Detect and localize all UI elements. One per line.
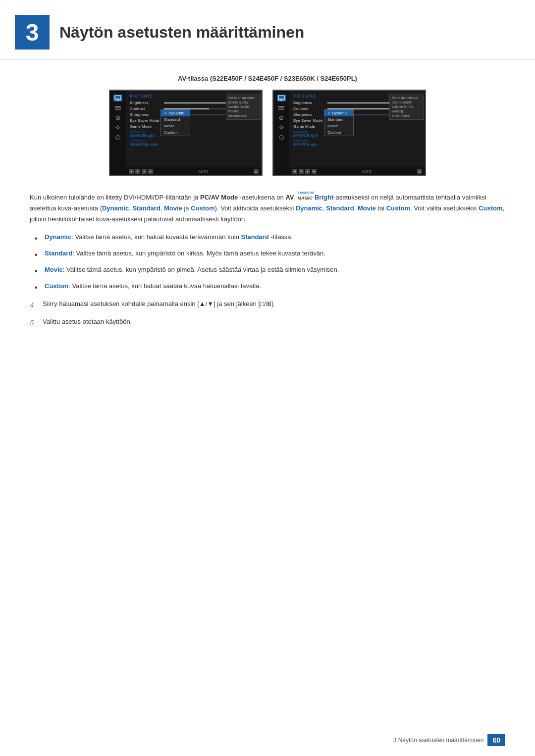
step-4-number: 4 [30, 299, 39, 311]
dynamic-text1: Dynamic [102, 204, 129, 212]
svg-point-9 [117, 127, 119, 129]
pcav-mode-text: PC/AV Mode [200, 194, 238, 201]
footer-page-number: 60 [487, 734, 505, 746]
svg-rect-18 [280, 100, 282, 101]
osd-left-magicbright-label: SAMSUNG MAGICBright [130, 130, 162, 138]
osd-left-sidebar: i [110, 91, 126, 175]
osd-icon-arrows [113, 114, 122, 121]
page-title: Näytön asetusten määrittäminen [59, 23, 304, 42]
svg-rect-16 [278, 96, 284, 100]
movie-keyword: Movie [45, 266, 63, 273]
av-text: AV [285, 194, 294, 201]
svg-point-25 [280, 127, 283, 129]
osd-left-btn-right: ► [148, 169, 153, 174]
osd-right-btn-left: ◄ [292, 169, 297, 174]
bullet-custom: Custom: Valitse tämä asetus, kun haluat … [35, 281, 505, 292]
av-section-label: AV-tilassa (S22E450F / S24E450F / S23E65… [0, 75, 535, 82]
osd-right-dropdown-movie: Movie [324, 123, 353, 129]
osd-left-btn-down: ▼ [135, 169, 140, 174]
osd-left-main: PICTURE Brightness 100 Contrast Sharpnes… [126, 91, 262, 175]
osd-left-info-box: Set to an optimum picture quality suitab… [226, 94, 261, 120]
osd-right-dropdown: ✓ Dynamic Standard Movie Custom [324, 109, 354, 136]
custom-text2: Custom [386, 204, 410, 212]
step-4: 4 Siirry haluamasi asetuksen kohdalle pa… [30, 299, 505, 311]
osd-right-icon-settings [277, 124, 286, 131]
osd-left-sharpness-label: Sharpness [130, 112, 162, 117]
osd-left-btn-left: ◄ [129, 169, 134, 174]
osd-right-main: PICTURE Brightness 100 Contrast 75 Sharp… [289, 91, 425, 175]
osd-right-sharpness-label: Sharpness [293, 112, 325, 117]
dynamic-text2: Dynamic [296, 204, 322, 212]
custom-keyword: Custom [45, 282, 68, 290]
osd-left-contrast-label: Contrast [130, 106, 162, 111]
monitors-container: i PICTURE Brightness 100 Contrast [0, 90, 535, 176]
osd-left-dropdown-standard: Standard [161, 116, 190, 123]
osd-left-eyesaver-label: Eye Saver Mode [130, 118, 162, 123]
osd-right-icon-info: i [277, 134, 286, 141]
monitor-right: i PICTURE Brightness 100 Contrast 75 [272, 90, 426, 176]
svg-rect-0 [115, 96, 121, 100]
osd-left-dropdown: ✓ Dynamic Standard Movie Custom [160, 109, 190, 136]
bright-text: Bright [315, 194, 333, 201]
osd-right-gamemode-row: Game Mode [293, 124, 421, 129]
osd-left-btn-up: ▲ [142, 169, 147, 174]
osd-icon-menu [113, 104, 122, 111]
custom-text1: Custom [191, 204, 214, 212]
svg-rect-21 [278, 109, 284, 110]
osd-left-auto-label: AUTO [199, 170, 208, 173]
osd-right-magicbright-row: SAMSUNG MAGICBright [293, 130, 421, 138]
step-5: 5 Valittu asetus otetaan käyttöön. [30, 316, 505, 329]
osd-right-magicangle-row: SAMSUNG MAGICAngle [293, 139, 421, 147]
svg-rect-19 [278, 106, 284, 107]
osd-left-bottom-bar: ◄ ▼ ▲ ► AUTO ⚙ [126, 167, 262, 175]
svg-rect-4 [115, 107, 121, 108]
osd-right-contrast-label: Contrast [293, 106, 325, 111]
header: 3 Näytön asetusten määrittäminen [0, 0, 535, 60]
osd-right-btn-down: ▼ [299, 169, 304, 174]
osd-right-auto-label: AUTO [362, 170, 372, 173]
svg-text:i: i [117, 136, 118, 140]
bullet-movie: Movie: Valitse tämä asetus, kun ympärist… [35, 265, 505, 275]
osd-right-bottom-bar: ◄ ▼ ▲ ► AUTO ⚙ [289, 167, 425, 175]
osd-left-gamemode-label: Game Mode [130, 124, 162, 129]
svg-rect-3 [115, 106, 121, 107]
step-5-text: Valittu asetus otetaan käyttöön. [43, 316, 132, 327]
page-footer: 3 Näytön asetusten määrittäminen 60 [393, 734, 505, 746]
svg-rect-5 [115, 109, 121, 110]
osd-right-eyesaver-label: Eye Saver Mode [293, 118, 325, 123]
osd-right-btn-settings: ⚙ [417, 169, 422, 174]
footer-chapter-text: 3 Näytön asetusten määrittäminen [393, 737, 484, 744]
osd-right-btn-right: ► [312, 169, 317, 174]
osd-right-magicangle-label: SAMSUNG MAGICAngle [293, 139, 325, 147]
step-4-text: Siirry haluamasi asetuksen kohdalle pain… [43, 299, 275, 309]
osd-left-dropdown-movie: Movie [161, 123, 190, 129]
av-label-text: AV-tilassa (S22E450F / S24E450F / S23E65… [178, 75, 357, 82]
chapter-number: 3 [26, 19, 39, 46]
main-content: Kun ulkoinen tulolähde on liitetty DVI/H… [0, 191, 535, 329]
standard-keyword: Standard [45, 250, 72, 257]
osd-left-dropdown-custom: Custom [161, 129, 190, 136]
osd-right-brightness-label: Brightness [293, 101, 325, 105]
movie-text1: Movie [164, 204, 182, 212]
dynamic-keyword: Dynamic [45, 233, 71, 241]
osd-right-icon-picture [277, 95, 286, 101]
osd-right-sidebar: i [273, 91, 289, 175]
step-5-number: 5 [30, 316, 39, 329]
movie-text2: Movie [358, 204, 376, 212]
osd-icon-picture [113, 95, 122, 101]
osd-left-magicbright-row: SAMSUNG MAGICBright [130, 130, 258, 138]
monitor-left: i PICTURE Brightness 100 Contrast [109, 90, 263, 176]
chapter-box: 3 [15, 15, 50, 50]
osd-icon-settings [113, 124, 122, 131]
osd-left-bottom-icons: ◄ ▼ ▲ ► [129, 169, 153, 174]
osd-right-icon-arrows [277, 114, 286, 121]
samsung-magic-brand: SAMSUNGMAGIC [298, 191, 315, 201]
osd-icon-info: i [113, 134, 122, 141]
osd-right-bottom-icons: ◄ ▼ ▲ ► [292, 169, 317, 174]
paragraph-intro: Kun ulkoinen tulolähde on liitetty DVI/H… [30, 191, 505, 225]
bullet-list: Dynamic: Valitse tämä asetus, kun haluat… [30, 232, 505, 291]
standard-keyword1: Standard [241, 233, 268, 241]
osd-right-dropdown-dynamic: ✓ Dynamic [324, 110, 353, 116]
osd-right-dropdown-standard: Standard [324, 116, 353, 123]
osd-left-magicupscale-label: SAMSUNG MAGICUpscale [130, 139, 162, 147]
